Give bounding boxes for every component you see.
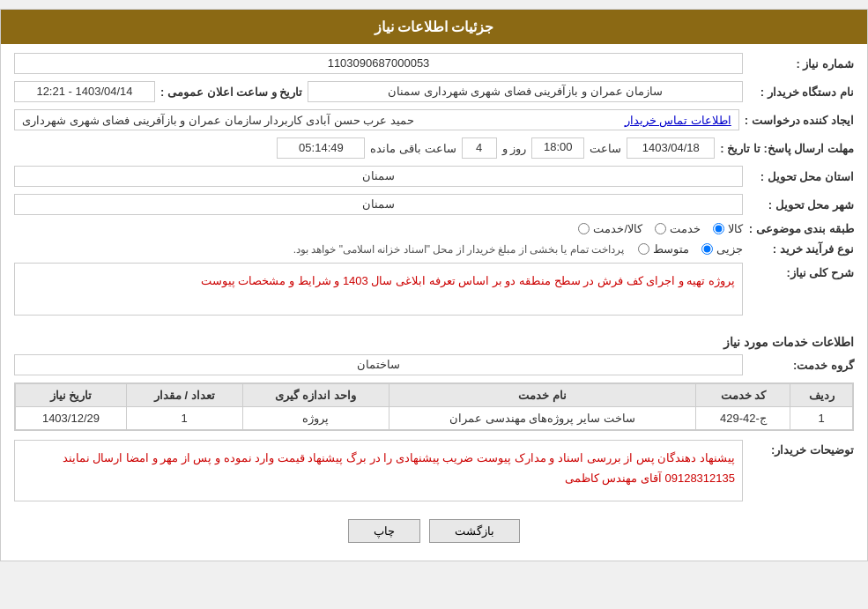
process-jozi-item: جزیی xyxy=(701,242,743,256)
creator-name: حمید عرب حسن آبادی کاربردار سازمان عمران… xyxy=(22,114,414,127)
buyer-org-value: سازمان عمران و بازآفرینی فضای شهری شهردا… xyxy=(308,81,743,102)
need-number-label: شماره نیاز : xyxy=(748,57,854,71)
need-number-value: 1103090687000053 xyxy=(14,53,743,74)
page-wrapper: جزئیات اطلاعات نیاز شماره نیاز : 1103090… xyxy=(0,9,868,561)
back-button[interactable]: بازگشت xyxy=(429,519,520,543)
deadline-days-label: روز و xyxy=(502,142,527,155)
process-row: نوع فرآیند خرید : متوسط جزیی پرداخت تمام… xyxy=(14,242,854,256)
creator-row: ایجاد کننده درخواست : اطلاعات تماس خریدا… xyxy=(14,109,854,130)
process-radio-group: متوسط جزیی xyxy=(638,242,743,256)
cell-unit: پروژه xyxy=(242,407,389,430)
table-row: 1 ج-42-429 ساخت سایر پروژه‌های مهندسی عم… xyxy=(16,407,853,430)
service-info-title: اطلاعات خدمات مورد نیاز xyxy=(14,335,854,349)
button-row: بازگشت چاپ xyxy=(14,519,854,543)
services-table: ردیف کد خدمت نام خدمت واحد اندازه گیری ت… xyxy=(15,383,853,430)
cell-date: 1403/12/29 xyxy=(16,407,127,430)
province-label: استان محل تحویل : xyxy=(748,170,854,183)
description-label: شرح کلی نیاز: xyxy=(748,266,854,279)
city-value: سمنان xyxy=(14,194,743,215)
category-khadamat-radio[interactable] xyxy=(655,223,666,234)
category-kala-radio[interactable] xyxy=(713,223,724,234)
col-name: نام خدمت xyxy=(389,384,696,407)
category-row: طبقه بندی موضوعی : کالا/خدمت خدمت کالا xyxy=(14,222,854,235)
category-kala-khadamat-label: کالا/خدمت xyxy=(593,222,642,235)
creator-label: ایجاد کننده درخواست : xyxy=(745,114,854,127)
category-label: طبقه بندی موضوعی : xyxy=(748,222,854,235)
creator-link[interactable]: اطلاعات تماس خریدار xyxy=(625,114,731,127)
col-unit: واحد اندازه گیری xyxy=(242,384,389,407)
table-header-row: ردیف کد خدمت نام خدمت واحد اندازه گیری ت… xyxy=(16,384,853,407)
process-mottaset-label: متوسط xyxy=(653,242,689,256)
announce-org-row: نام دستگاه خریدار : سازمان عمران و بازآف… xyxy=(14,81,854,102)
category-kala-khadamat-item: کالا/خدمت xyxy=(578,222,642,235)
buyer-notes-row: توضیحات خریدار: پیشنهاد دهندگان پس از بر… xyxy=(14,440,854,510)
services-table-container: ردیف کد خدمت نام خدمت واحد اندازه گیری ت… xyxy=(14,382,854,431)
category-kala-label: کالا xyxy=(728,222,743,235)
cell-row: 1 xyxy=(790,407,853,430)
deadline-time: 18:00 xyxy=(531,137,584,159)
service-group-row: گروه خدمت: ساختمان xyxy=(14,354,854,375)
city-label: شهر محل تحویل : xyxy=(748,198,854,212)
content-area: شماره نیاز : 1103090687000053 نام دستگاه… xyxy=(1,44,867,561)
category-kala-item: کالا xyxy=(713,222,743,235)
deadline-label: مهلت ارسال پاسخ: تا تاریخ : xyxy=(720,142,854,155)
description-value: پروژه تهیه و اجرای کف فرش در سطح منطقه د… xyxy=(14,263,743,316)
announce-value: 1403/04/14 - 12:21 xyxy=(14,81,155,102)
buyer-notes-value: پیشنهاد دهندگان پس از بررسی اسناد و مدار… xyxy=(14,440,743,501)
deadline-time-label: ساعت xyxy=(590,142,621,155)
buyer-org-label: نام دستگاه خریدار : xyxy=(748,85,854,99)
city-row: شهر محل تحویل : سمنان xyxy=(14,194,854,215)
province-row: استان محل تحویل : سمنان xyxy=(14,166,854,187)
province-value: سمنان xyxy=(14,166,743,187)
col-date: تاریخ نیاز xyxy=(16,384,127,407)
process-mottaset-item: متوسط xyxy=(638,242,689,256)
deadline-row: مهلت ارسال پاسخ: تا تاریخ : 1403/04/18 س… xyxy=(14,137,854,159)
cell-quantity: 1 xyxy=(126,407,242,430)
cell-name: ساخت سایر پروژه‌های مهندسی عمران xyxy=(389,407,696,430)
deadline-remaining: 05:14:49 xyxy=(277,137,365,159)
page-title: جزئیات اطلاعات نیاز xyxy=(375,19,494,34)
col-row: ردیف xyxy=(790,384,853,407)
cell-code: ج-42-429 xyxy=(696,407,790,430)
deadline-date: 1403/04/18 xyxy=(627,137,715,159)
category-khadamat-item: خدمت xyxy=(655,222,701,235)
process-label: نوع فرآیند خرید : xyxy=(748,242,854,256)
need-number-row: شماره نیاز : 1103090687000053 xyxy=(14,53,854,74)
process-jozi-radio[interactable] xyxy=(701,243,713,255)
buyer-notes-label: توضیحات خریدار: xyxy=(748,443,854,457)
deadline-days: 4 xyxy=(462,137,497,159)
col-quantity: تعداد / مقدار xyxy=(126,384,242,407)
announce-label: تاریخ و ساعت اعلان عمومی : xyxy=(160,85,302,99)
process-jozi-label: جزیی xyxy=(716,242,743,256)
category-khadamat-label: خدمت xyxy=(670,222,701,235)
creator-value: اطلاعات تماس خریدار حمید عرب حسن آبادی ک… xyxy=(14,109,739,130)
deadline-remaining-label: ساعت باقی مانده xyxy=(370,142,456,155)
service-group-label: گروه خدمت: xyxy=(748,359,854,372)
col-code: کد خدمت xyxy=(696,384,790,407)
description-row: شرح کلی نیاز: پروژه تهیه و اجرای کف فرش … xyxy=(14,263,854,324)
page-header: جزئیات اطلاعات نیاز xyxy=(1,10,867,44)
process-mottaset-radio[interactable] xyxy=(638,243,649,255)
category-kala-khadamat-radio[interactable] xyxy=(578,223,590,234)
process-desc: پرداخت تمام یا بخشی از مبلغ خریدار از مح… xyxy=(293,243,624,256)
service-group-value: ساختمان xyxy=(14,354,743,375)
category-radio-group: کالا/خدمت خدمت کالا xyxy=(578,222,743,235)
print-button[interactable]: چاپ xyxy=(348,519,420,543)
